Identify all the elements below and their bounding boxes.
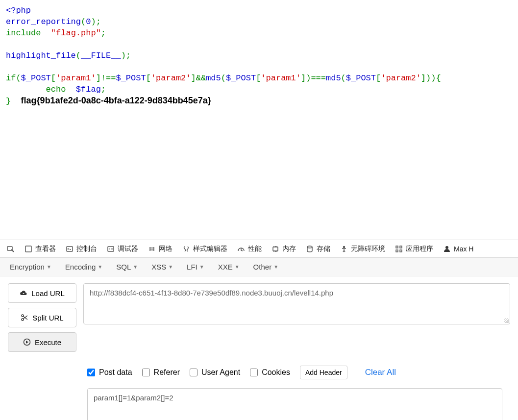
- tab-inspector[interactable]: 查看器: [21, 243, 60, 255]
- dd-lfi[interactable]: LFI▼: [187, 263, 204, 271]
- split-url-button[interactable]: Split URL: [8, 308, 76, 327]
- devtools-panel: 查看器 控制台 调试器 网络 样式编辑器 性能 内存 存储 无障碍环境 应用程序…: [0, 240, 518, 420]
- dd-xss[interactable]: XSS▼: [151, 263, 173, 271]
- hackbar-tabs: Encryption▼ Encoding▼ SQL▼ XSS▼ LFI▼ XXE…: [0, 258, 518, 276]
- tab-memory[interactable]: 内存: [268, 243, 300, 255]
- load-url-button[interactable]: Load URL: [8, 283, 76, 303]
- chevron-down-icon: ▼: [235, 264, 240, 270]
- tab-application[interactable]: 应用程序: [391, 243, 437, 255]
- dd-other[interactable]: Other▼: [253, 263, 278, 271]
- dd-xxe[interactable]: XXE▼: [218, 263, 240, 271]
- referer-checkbox[interactable]: Referer: [142, 368, 180, 377]
- tab-storage[interactable]: 存储: [302, 243, 334, 255]
- dd-sql[interactable]: SQL▼: [116, 263, 138, 271]
- svg-rect-7: [396, 246, 398, 248]
- pick-element-icon[interactable]: [3, 243, 19, 255]
- tab-console[interactable]: 控制台: [62, 243, 101, 255]
- cookies-checkbox[interactable]: Cookies: [250, 368, 290, 377]
- tab-debugger[interactable]: 调试器: [103, 243, 142, 255]
- chevron-down-icon: ▼: [47, 264, 51, 270]
- tab-max[interactable]: Max H: [439, 243, 477, 255]
- php-source: <?php error_reporting(0); include "flag.…: [0, 0, 518, 112]
- dd-encryption[interactable]: Encryption▼: [10, 263, 51, 271]
- chevron-down-icon: ▼: [133, 264, 138, 270]
- svg-point-12: [22, 315, 24, 317]
- chevron-down-icon: ▼: [168, 264, 173, 270]
- devtools-tabbar: 查看器 控制台 调试器 网络 样式编辑器 性能 内存 存储 无障碍环境 应用程序…: [0, 240, 518, 258]
- scissors-icon: [21, 314, 28, 321]
- resize-grip-icon[interactable]: [504, 318, 509, 323]
- postdata-checkbox[interactable]: Post data: [87, 368, 132, 377]
- cloud-download-icon: [20, 289, 27, 297]
- svg-rect-8: [400, 246, 402, 248]
- svg-rect-10: [400, 250, 402, 252]
- svg-rect-9: [396, 250, 398, 252]
- svg-rect-2: [67, 247, 73, 251]
- useragent-checkbox[interactable]: User Agent: [190, 368, 240, 377]
- svg-point-11: [445, 246, 448, 249]
- clear-all-link[interactable]: Clear All: [365, 368, 396, 377]
- flag-output: flag{9b1afe2d-0a8c-4bfa-a122-9d834bb45e7…: [21, 96, 211, 105]
- add-header-button[interactable]: Add Header: [300, 366, 347, 379]
- svg-rect-4: [273, 247, 278, 251]
- postdata-input[interactable]: param1[]=1&param2[]=2: [87, 388, 502, 420]
- dd-encoding[interactable]: Encoding▼: [65, 263, 102, 271]
- url-input[interactable]: http://f838dcf4-c651-4f13-8d80-7e739e50d…: [83, 283, 510, 324]
- svg-rect-1: [25, 246, 31, 252]
- play-icon: [23, 338, 31, 346]
- chevron-down-icon: ▼: [98, 264, 102, 270]
- chevron-down-icon: ▼: [273, 264, 278, 270]
- svg-rect-3: [108, 247, 114, 251]
- execute-button[interactable]: Execute: [8, 332, 76, 352]
- tab-accessibility[interactable]: 无障碍环境: [336, 243, 389, 255]
- svg-point-13: [22, 319, 24, 321]
- tab-performance[interactable]: 性能: [233, 243, 266, 255]
- tab-network[interactable]: 网络: [144, 243, 176, 255]
- svg-point-5: [307, 246, 312, 248]
- tab-styleeditor[interactable]: 样式编辑器: [178, 243, 231, 255]
- chevron-down-icon: ▼: [199, 264, 204, 270]
- svg-point-6: [344, 246, 345, 247]
